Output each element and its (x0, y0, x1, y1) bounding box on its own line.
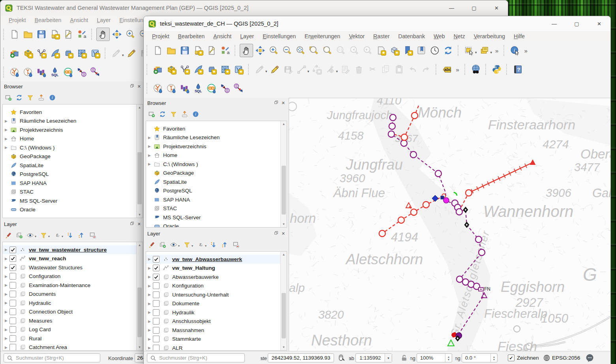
filter-browser-button[interactable] (26, 94, 34, 101)
refresh-map-button[interactable] (442, 44, 454, 57)
teksi-profile-button[interactable] (35, 66, 48, 78)
expand-arrow-icon[interactable]: ▶ (146, 284, 153, 288)
layer-checkbox[interactable] (153, 300, 160, 307)
chevron-down-icon[interactable]: ▾ (62, 235, 63, 238)
chevron-down-icon[interactable]: ▾ (490, 50, 492, 54)
new-spatialite-layer-button[interactable] (192, 63, 205, 76)
collapse-all-button[interactable] (221, 241, 229, 248)
properties-widget-button[interactable]: i (49, 94, 56, 101)
search-input[interactable] (15, 355, 100, 361)
refresh-browser-button[interactable] (15, 94, 23, 101)
expand-arrow-icon[interactable]: ▶ (3, 283, 9, 287)
data-source-manager-button[interactable] (152, 63, 164, 76)
minimize-button[interactable]: — (440, 0, 463, 15)
paste-features-button[interactable] (393, 63, 406, 76)
vertex-tool-button[interactable] (324, 63, 336, 76)
new-print-layout-button[interactable] (192, 44, 205, 57)
browser-item-ms-sql-server[interactable]: MS SQL-Server (146, 213, 281, 222)
chevron-down-icon[interactable]: ▾ (385, 354, 392, 362)
browser-item-spatialite[interactable]: SpatiaLite (3, 161, 137, 170)
expand-arrow-icon[interactable]: ▶ (146, 257, 153, 261)
new-spatialite-layer-button[interactable] (49, 47, 61, 60)
open-layer-styling-button[interactable] (4, 231, 12, 239)
layer-checkbox[interactable] (9, 344, 16, 351)
manhole-node-red[interactable] (401, 134, 408, 140)
manhole-node[interactable] (479, 249, 485, 256)
project-new-button[interactable] (8, 28, 21, 41)
collapse-all-button[interactable] (181, 110, 188, 118)
zoom-native-button[interactable]: 1:1 (334, 44, 347, 57)
browser-item-ms-sql-server[interactable]: MS SQL-Server (3, 196, 137, 205)
titlebar[interactable]: teksi_wastewater_de_CH — QGIS [2025_0_2]… (144, 16, 610, 31)
square-navy-marker[interactable] (441, 196, 444, 200)
rotation-spinbox[interactable]: 0.0 °▴▾ (462, 353, 498, 362)
zoom-to-selection-button[interactable] (321, 44, 334, 57)
layer-item-log-card[interactable]: ▶Log Card (3, 325, 137, 334)
float-panel-button[interactable] (130, 83, 135, 90)
teksi-upstream-trace-button[interactable] (22, 66, 34, 78)
data-source-manager-button[interactable] (8, 47, 21, 60)
menu-projekt[interactable]: Projekt (4, 16, 30, 24)
filter-legend-button[interactable] (183, 241, 191, 248)
expand-arrow-icon[interactable]: ▶ (3, 301, 9, 305)
layer-item-abwasserbauwerke[interactable]: ▶Abwasserbauwerke (146, 273, 281, 282)
filter-legend-button[interactable] (40, 231, 47, 239)
browser-item-r-umliche-lesezeichen[interactable]: ▶Räumliche Lesezeichen (3, 117, 137, 126)
style-manager-button[interactable]: a (219, 44, 231, 57)
layer-checkbox[interactable] (153, 274, 160, 280)
expand-arrow-icon[interactable]: ▶ (146, 319, 153, 323)
project-open-button[interactable] (22, 28, 34, 41)
close-panel-button[interactable]: ✕ (137, 222, 141, 227)
browser-item-projektverzeichnis[interactable]: ▶Projektverzeichnis (146, 142, 281, 151)
manhole-node[interactable] (435, 170, 441, 177)
layer-item-massnahmen[interactable]: ▶Massnahmen (146, 326, 281, 335)
collapse-all-button[interactable] (78, 231, 85, 239)
triangle-red-filled-marker[interactable] (530, 159, 536, 165)
layer-checkbox[interactable] (9, 273, 16, 280)
locator-search[interactable] (147, 353, 245, 362)
help-contents-button[interactable]: ? (511, 63, 524, 76)
expand-arrow-icon[interactable]: ▶ (146, 310, 153, 314)
metasearch-button[interactable] (470, 63, 482, 76)
expand-all-button[interactable] (67, 231, 74, 239)
new-mesh-layer-button[interactable] (219, 63, 231, 76)
browser-item-geopackage[interactable]: GeoPackage (146, 169, 281, 178)
layer-checkbox[interactable] (153, 282, 160, 289)
project-save-button[interactable] (178, 44, 191, 57)
expand-all-button[interactable] (210, 241, 218, 248)
browser-item-stac[interactable]: STAC (3, 188, 137, 197)
teksi-sql-button[interactable]: SQL (49, 66, 61, 78)
layer-checkbox[interactable] (153, 336, 160, 342)
layer-item-dokumente[interactable]: ▶Dokumente (146, 299, 281, 308)
remove-layer-button[interactable] (89, 231, 96, 239)
save-layer-edits-button[interactable] (282, 63, 295, 76)
new-shapefile-layer-button[interactable] (178, 63, 191, 76)
layer-item-vw-tww-haltung[interactable]: ▶vw_tww_Haltung (146, 264, 281, 273)
menu-einstellungen[interactable]: Einstellungen (258, 32, 300, 40)
scroll-up-icon[interactable]: ▲ (281, 121, 287, 127)
teksi-sql-button[interactable]: SQL (192, 82, 205, 95)
expand-arrow-icon[interactable]: ▶ (146, 328, 153, 332)
expand-arrow-icon[interactable]: ▶ (146, 144, 153, 148)
scroll-down-icon[interactable]: ▼ (281, 221, 287, 227)
add-circular-string-button[interactable] (310, 63, 323, 76)
layer-checkbox[interactable] (153, 291, 160, 298)
expand-arrow-icon[interactable]: ▶ (3, 128, 9, 132)
spinner-arrows[interactable]: ▴▾ (445, 354, 452, 362)
chevron-down-icon[interactable]: ▾ (205, 244, 207, 248)
filter-by-expression-button[interactable]: ε (197, 241, 204, 248)
menu-verarbeitung[interactable]: Verarbeitung (470, 32, 509, 40)
redo-button[interactable] (420, 63, 432, 76)
zoom-out-button[interactable] (281, 44, 293, 57)
scroll-down-icon[interactable]: ▼ (281, 344, 287, 350)
vertical-scrollbar[interactable]: ▲▼ (136, 105, 143, 218)
layer-checkbox[interactable] (153, 265, 160, 271)
chevron-down-icon[interactable]: ▾ (475, 50, 477, 54)
layer-checkbox[interactable] (153, 318, 160, 325)
expand-arrow-icon[interactable]: ▶ (3, 336, 9, 340)
expand-arrow-icon[interactable]: ▶ (3, 248, 9, 252)
titlebar[interactable]: TEKSI Wastewater and General Wastewater … (0, 0, 508, 15)
float-panel-button[interactable] (130, 221, 135, 227)
expand-arrow-icon[interactable]: ▶ (3, 310, 9, 314)
chevron-down-icon[interactable]: ▾ (192, 244, 193, 248)
